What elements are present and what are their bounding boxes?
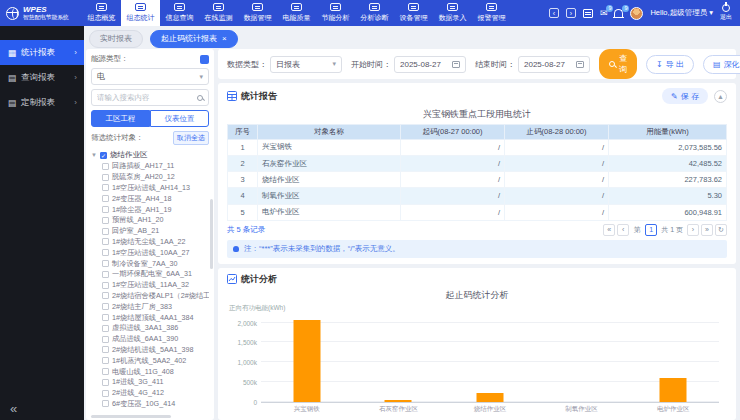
tree-horizontal-scrollbar[interactable] xyxy=(91,415,171,418)
nav-tab-信息查询[interactable]: 信息查询 xyxy=(160,0,199,26)
nav-prev-arrow[interactable]: ‹ xyxy=(549,8,559,18)
tree-item[interactable]: 1#烧结屋顶线_4AA1_384 xyxy=(91,312,209,323)
nav-tab-节能分析[interactable]: 节能分析 xyxy=(316,0,355,26)
logout-button[interactable]: 退出 xyxy=(720,4,732,22)
nav-tab-组态概览[interactable]: 组态概览 xyxy=(82,0,121,26)
sidebar-collapse-button[interactable]: « xyxy=(10,401,17,416)
tree-item[interactable]: 预留线_AH1_20 xyxy=(91,215,209,226)
chart-bar-兴宝钢铁[interactable] xyxy=(293,320,320,402)
tree-item[interactable]: 一期环保配电室_6AA_31 xyxy=(91,269,209,280)
energy-type-select[interactable]: 电 ▾ xyxy=(91,68,209,85)
tree-item-checkbox[interactable] xyxy=(102,217,109,224)
sidebar-item-统计报表[interactable]: ▦统计报表› xyxy=(0,40,84,65)
tree-item[interactable]: 电暖山线_11G_408 xyxy=(91,366,209,377)
tab-chip-实时报表[interactable]: 实时报表 xyxy=(89,30,143,48)
tree-item-checkbox[interactable] xyxy=(102,174,109,181)
chart-bar-烧结作业区[interactable] xyxy=(476,393,503,402)
chart-bar-电炉作业区[interactable] xyxy=(660,378,687,402)
tree-item[interactable]: 6#变压器_10G_414 xyxy=(91,399,209,410)
nav-tab-电能质量[interactable]: 电能质量 xyxy=(277,0,316,26)
tree-item-checkbox[interactable] xyxy=(102,260,109,267)
tree-item-checkbox[interactable] xyxy=(102,184,109,191)
tree-item[interactable]: 2#烧结宿舍楼ALP1（2#烧结工厂） xyxy=(91,291,209,302)
user-avatar[interactable] xyxy=(630,7,643,20)
tree-item-checkbox[interactable] xyxy=(102,336,109,343)
tree-item[interactable]: 制冷设备室_7AA_30 xyxy=(91,258,209,269)
nav-next-arrow[interactable]: › xyxy=(566,8,576,18)
close-icon[interactable]: × xyxy=(222,35,227,43)
table-row[interactable]: 1兴宝钢铁//2,073,585.56 xyxy=(228,139,727,155)
tree-item-checkbox[interactable] xyxy=(102,195,109,202)
tree-item-checkbox[interactable] xyxy=(102,325,109,332)
nav-tab-设备管理[interactable]: 设备管理 xyxy=(394,0,433,26)
tree-item-checkbox[interactable] xyxy=(102,303,109,310)
tree-item-checkbox[interactable] xyxy=(102,206,109,213)
tree-item[interactable]: 1#进线_3G_411 xyxy=(91,377,209,388)
tree-item[interactable]: 1#空压站进线_AH14_13 xyxy=(91,183,209,194)
message-icon[interactable]: ✉9 xyxy=(600,9,608,18)
collapse-section-button[interactable]: ▲ xyxy=(714,90,727,103)
parent-checkbox[interactable]: ✓ xyxy=(100,152,107,159)
save-report-button[interactable]: ✎ 保 存 xyxy=(662,88,708,104)
tree-item[interactable]: 1#空压站进线_10AA_27 xyxy=(91,247,209,258)
tab-chip-起止码统计报表[interactable]: 起止码统计报表× xyxy=(150,30,238,48)
user-greeting[interactable]: Hello,超级管理员 ▾ xyxy=(650,8,713,18)
current-page[interactable]: 1 xyxy=(645,224,657,236)
panel-locate-icon[interactable] xyxy=(200,55,209,64)
table-row[interactable]: 3烧结作业区//227,783.62 xyxy=(228,172,727,188)
tree-item[interactable]: 1#除尘器_AH1_19 xyxy=(91,204,209,215)
tree-item-checkbox[interactable] xyxy=(102,400,109,407)
tree-item[interactable]: 2#进线_4G_412 xyxy=(91,388,209,399)
tree-item[interactable]: 回路插板_AH17_11 xyxy=(91,161,209,172)
tree-item[interactable]: 2#变压器_AH4_18 xyxy=(91,193,209,204)
theme-icon[interactable] xyxy=(583,9,593,18)
chart-bar-石灰窑作业区[interactable] xyxy=(385,400,412,402)
tree-expand-icon[interactable]: ▼ xyxy=(91,152,97,158)
tree-item-checkbox[interactable] xyxy=(102,390,109,397)
tree-item[interactable]: 虚拟进线_3AA1_386 xyxy=(91,323,209,334)
nav-tab-报警管理[interactable]: 报警管理 xyxy=(472,0,511,26)
tree-item-checkbox[interactable] xyxy=(102,314,109,321)
toggle-project-view[interactable]: 工区工程 xyxy=(91,110,150,127)
next-page-button[interactable]: › xyxy=(687,224,699,236)
tree-vertical-scrollbar[interactable] xyxy=(210,199,213,269)
tree-item[interactable]: 1#空压站进线_11AA_32 xyxy=(91,280,209,291)
bell-icon[interactable]: 9 xyxy=(614,9,623,17)
tree-item-checkbox[interactable] xyxy=(102,249,109,256)
nav-tab-分析诊断[interactable]: 分析诊断 xyxy=(355,0,394,26)
tree-search-input[interactable] xyxy=(97,93,183,102)
toggle-meter-location[interactable]: 仪表位置 xyxy=(150,110,209,127)
tree-item-checkbox[interactable] xyxy=(102,368,109,375)
tree-item-checkbox[interactable] xyxy=(102,357,109,364)
tree-item-checkbox[interactable] xyxy=(102,346,109,353)
first-page-button[interactable]: « xyxy=(603,224,615,236)
tree-item-checkbox[interactable] xyxy=(102,379,109,386)
sidebar-item-查询报表[interactable]: ▤查询报表› xyxy=(0,65,84,90)
nav-tab-数据管理[interactable]: 数据管理 xyxy=(238,0,277,26)
advanced-query-button[interactable]: ▤ 深化查询 xyxy=(703,55,740,74)
tree-item[interactable]: 2#烧结机进线_5AA1_398 xyxy=(91,345,209,356)
query-button[interactable]: 查 询 xyxy=(599,49,637,79)
nav-tab-数据录入[interactable]: 数据录入 xyxy=(433,0,472,26)
end-date-input[interactable]: 2025-08-27 xyxy=(518,56,590,73)
tree-item-checkbox[interactable] xyxy=(102,292,109,299)
data-type-select[interactable]: 日报表 ▾ xyxy=(270,56,342,73)
tree-item[interactable]: 1#机蒸汽线_5AA2_402 xyxy=(91,355,209,366)
tree-item-checkbox[interactable] xyxy=(102,238,109,245)
last-page-button[interactable]: » xyxy=(701,224,713,236)
refresh-icon[interactable]: ↻ xyxy=(715,224,727,236)
deselect-all-button[interactable]: 取消全选 xyxy=(173,131,209,145)
tree-item[interactable]: 2#烧结主厂房_383 xyxy=(91,301,209,312)
tree-item[interactable]: 成品进线_6AA1_390 xyxy=(91,334,209,345)
tree-item[interactable]: 1#烧结无尘线_1AA_22 xyxy=(91,237,209,248)
tree-parent-node[interactable]: ▼ ✓ 烧结作业区 xyxy=(91,149,209,161)
tree-item[interactable]: 脱硫泵房_AH20_12 xyxy=(91,172,209,183)
nav-tab-组态统计[interactable]: 组态统计 xyxy=(121,0,160,26)
nav-tab-在线监测[interactable]: 在线监测 xyxy=(199,0,238,26)
start-date-input[interactable]: 2025-08-27 xyxy=(394,56,466,73)
search-icon[interactable] xyxy=(197,95,203,101)
tree-item-checkbox[interactable] xyxy=(102,282,109,289)
tree-item-checkbox[interactable] xyxy=(102,228,109,235)
tree-item[interactable]: 回炉室_AB_21 xyxy=(91,226,209,237)
table-row[interactable]: 5电炉作业区//600,948.91 xyxy=(228,204,727,220)
